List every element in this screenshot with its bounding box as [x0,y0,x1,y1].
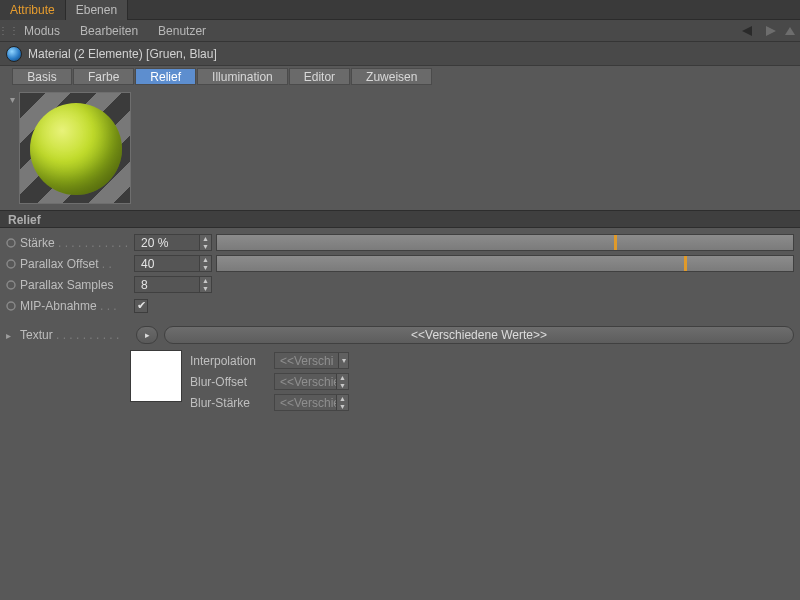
row-parallax-offset: Parallax Offset . . 40 ▲▼ [6,253,794,274]
slider-marker [614,235,617,250]
label-blur-staerke: Blur-Stärke [190,396,268,410]
input-blur-staerke[interactable]: <<Verschie ▲▼ [274,394,349,411]
keyframe-ring-icon[interactable] [6,301,16,311]
slider-staerke[interactable] [216,234,794,251]
textur-field[interactable]: <<Verschiedene Werte>> [164,326,794,344]
label-mip-abnahme: MIP-Abnahme . . . [20,299,130,313]
nav-forward-icon[interactable] [762,25,782,37]
slider-parallax-offset[interactable] [216,255,794,272]
spinner-blur-staerke[interactable]: ▲▼ [336,395,348,410]
slider-marker [684,256,687,271]
row-staerke: Stärke . . . . . . . . . . . 20 % ▲▼ [6,232,794,253]
svg-point-5 [7,281,15,289]
row-parallax-samples: Parallax Samples 8 ▲▼ [6,274,794,295]
svg-point-3 [7,239,15,247]
spinner-blur-offset[interactable]: ▲▼ [336,374,348,389]
material-tabs: Basis Farbe Relief Illumination Editor Z… [0,66,800,86]
row-blur-offset: Blur-Offset <<Verschie ▲▼ [190,371,349,392]
tab-zuweisen[interactable]: Zuweisen [351,68,432,85]
textur-subpanel: Interpolation <<Verschi ▾ Blur-Offset <<… [0,346,800,413]
material-icon [6,46,22,62]
disclosure-triangle-icon[interactable]: ▾ [10,94,19,105]
tab-basis[interactable]: Basis [12,68,72,85]
textur-menu-button[interactable]: ▸ [136,326,158,344]
row-textur: ▸ Textur . . . . . . . . . . ▸ <<Verschi… [0,324,800,346]
tab-relief[interactable]: Relief [135,68,196,85]
label-staerke: Stärke . . . . . . . . . . . [20,236,130,250]
grip-icon[interactable]: ⋮⋮ [0,20,14,41]
label-interpolation: Interpolation [190,354,268,368]
menu-modus[interactable]: Modus [14,20,70,42]
keyframe-ring-icon[interactable] [6,259,16,269]
panel-tab-attribute[interactable]: Attribute [0,0,66,20]
svg-point-4 [7,260,15,268]
textur-swatch[interactable] [130,350,182,402]
menu-bearbeiten[interactable]: Bearbeiten [70,20,148,42]
input-parallax-offset[interactable]: 40 ▲▼ [134,255,212,272]
spinner-staerke[interactable]: ▲▼ [199,235,211,250]
panel-tabs: Attribute Ebenen [0,0,800,20]
tab-farbe[interactable]: Farbe [73,68,134,85]
svg-point-6 [7,302,15,310]
object-header: Material (2 Elemente) [Gruen, Blau] [0,42,800,66]
preview-area: ▾ [0,86,800,210]
row-mip-abnahme: MIP-Abnahme . . . ✔ [6,295,794,316]
preview-sphere [30,103,122,195]
spinner-parallax-samples[interactable]: ▲▼ [199,277,211,292]
svg-marker-0 [742,26,752,36]
panel-tab-ebenen[interactable]: Ebenen [66,0,128,20]
svg-marker-1 [766,26,776,36]
input-parallax-samples[interactable]: 8 ▲▼ [134,276,212,293]
nav-back-icon[interactable] [738,25,762,37]
object-title: Material (2 Elemente) [Gruen, Blau] [28,47,217,61]
nav-up-icon[interactable] [782,25,800,37]
material-preview[interactable] [19,92,131,204]
tab-illumination[interactable]: Illumination [197,68,288,85]
label-parallax-offset: Parallax Offset . . [20,257,130,271]
row-blur-staerke: Blur-Stärke <<Verschie ▲▼ [190,392,349,413]
label-parallax-samples: Parallax Samples [20,278,130,292]
input-blur-offset[interactable]: <<Verschie ▲▼ [274,373,349,390]
label-textur: Textur . . . . . . . . . . [20,328,130,342]
label-blur-offset: Blur-Offset [190,375,268,389]
menu-benutzer[interactable]: Benutzer [148,20,216,42]
disclosure-textur-icon[interactable]: ▸ [6,330,14,341]
menubar: ⋮⋮ Modus Bearbeiten Benutzer [0,20,800,42]
chevron-down-icon: ▾ [338,353,348,368]
parameter-list: Stärke . . . . . . . . . . . 20 % ▲▼ Par… [0,228,800,316]
checkbox-mip-abnahme[interactable]: ✔ [134,299,148,313]
svg-marker-2 [785,27,795,35]
dropdown-interpolation[interactable]: <<Verschi ▾ [274,352,349,369]
section-header-relief: Relief [0,210,800,228]
spinner-parallax-offset[interactable]: ▲▼ [199,256,211,271]
input-staerke[interactable]: 20 % ▲▼ [134,234,212,251]
keyframe-ring-icon[interactable] [6,238,16,248]
row-interpolation: Interpolation <<Verschi ▾ [190,350,349,371]
tab-editor[interactable]: Editor [289,68,350,85]
keyframe-ring-icon[interactable] [6,280,16,290]
